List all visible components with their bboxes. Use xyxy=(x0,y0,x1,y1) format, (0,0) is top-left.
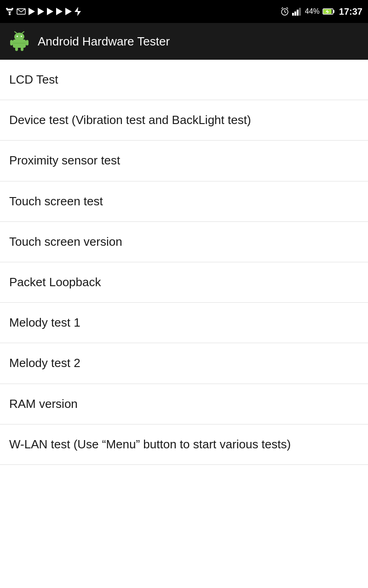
svg-point-0 xyxy=(6,8,8,10)
svg-point-23 xyxy=(17,36,18,37)
svg-line-25 xyxy=(15,32,17,33)
list-item-label: Proximity sensor test xyxy=(9,153,120,167)
list-item-touch-screen-test[interactable]: Touch screen test xyxy=(0,181,368,222)
svg-rect-13 xyxy=(292,13,294,16)
email-icon xyxy=(17,8,26,15)
svg-point-22 xyxy=(14,33,24,41)
usb-icon xyxy=(6,7,14,16)
svg-rect-16 xyxy=(299,8,301,16)
svg-rect-15 xyxy=(297,10,299,16)
svg-line-26 xyxy=(22,32,24,33)
list-item-proximity-sensor[interactable]: Proximity sensor test xyxy=(0,141,368,181)
svg-line-11 xyxy=(282,7,283,9)
svg-rect-30 xyxy=(21,47,23,51)
list-item-label: W-LAN test (Use “Menu” button to start v… xyxy=(9,437,291,451)
list-item-label: LCD Test xyxy=(9,73,58,86)
svg-rect-28 xyxy=(26,40,29,45)
menu-list: LCD Test Device test (Vibration test and… xyxy=(0,60,368,465)
play-icon-5 xyxy=(65,8,72,15)
svg-line-12 xyxy=(287,7,288,9)
svg-rect-18 xyxy=(333,10,334,13)
status-bar: 44% 17:37 xyxy=(0,0,368,23)
play-icon-1 xyxy=(29,8,35,15)
status-bar-right-icons: 44% 17:37 xyxy=(280,6,362,17)
svg-rect-14 xyxy=(294,11,296,16)
list-item-label: Touch screen test xyxy=(9,194,103,208)
list-item-lcd-test[interactable]: LCD Test xyxy=(0,60,368,100)
battery-icon xyxy=(322,8,334,15)
status-bar-left-icons xyxy=(6,7,81,16)
flash-icon xyxy=(75,7,81,16)
list-item-touch-screen-version[interactable]: Touch screen version xyxy=(0,222,368,262)
signal-icon xyxy=(292,7,302,16)
svg-marker-9 xyxy=(75,7,81,16)
status-time: 17:37 xyxy=(339,6,362,17)
list-item-label: Touch screen version xyxy=(9,235,122,249)
svg-marker-6 xyxy=(47,8,53,15)
list-item-wlan-test[interactable]: W-LAN test (Use “Menu” button to start v… xyxy=(0,424,368,465)
svg-rect-29 xyxy=(15,47,18,51)
list-item-label: Melody test 1 xyxy=(9,316,80,329)
app-bar: Android Hardware Tester xyxy=(0,23,368,60)
svg-marker-4 xyxy=(29,8,35,15)
battery-percent: 44% xyxy=(305,7,320,16)
list-item-melody-test-2[interactable]: Melody test 2 xyxy=(0,343,368,384)
app-logo xyxy=(9,31,29,51)
list-item-label: Device test (Vibration test and BackLigh… xyxy=(9,113,251,127)
list-item-label: Packet Loopback xyxy=(9,275,101,289)
svg-point-1 xyxy=(12,8,13,10)
app-bar-title: Android Hardware Tester xyxy=(38,34,170,49)
svg-rect-27 xyxy=(10,40,13,45)
play-icon-4 xyxy=(56,8,63,15)
list-item-ram-version[interactable]: RAM version xyxy=(0,384,368,424)
list-item-packet-loopback[interactable]: Packet Loopback xyxy=(0,262,368,303)
svg-marker-7 xyxy=(56,8,63,15)
list-item-label: Melody test 2 xyxy=(9,356,80,370)
play-icon-2 xyxy=(38,8,44,15)
svg-rect-2 xyxy=(9,13,11,15)
list-item-label: RAM version xyxy=(9,397,78,411)
list-item-melody-test-1[interactable]: Melody test 1 xyxy=(0,303,368,343)
svg-marker-8 xyxy=(65,8,72,15)
play-icon-3 xyxy=(47,8,53,15)
svg-point-24 xyxy=(21,36,22,37)
alarm-icon xyxy=(280,7,289,16)
list-item-device-test[interactable]: Device test (Vibration test and BackLigh… xyxy=(0,100,368,141)
svg-marker-5 xyxy=(38,8,44,15)
